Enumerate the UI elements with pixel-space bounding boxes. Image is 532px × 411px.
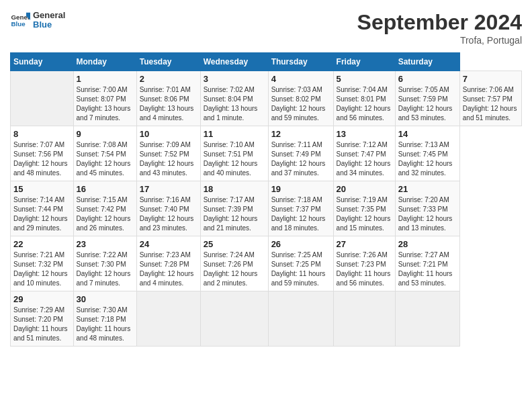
day-info: Sunrise: 7:24 AMSunset: 7:26 PMDaylight:… (204, 250, 265, 288)
table-row: 17Sunrise: 7:16 AMSunset: 7:40 PMDayligh… (136, 181, 200, 236)
table-row (136, 291, 200, 347)
calendar-header-row: Sunday Monday Tuesday Wednesday Thursday… (11, 53, 522, 71)
day-info: Sunrise: 7:14 AMSunset: 7:44 PMDaylight:… (13, 195, 71, 233)
day-number: 23 (77, 239, 134, 249)
table-row (268, 291, 333, 347)
day-info: Sunrise: 7:22 AMSunset: 7:30 PMDaylight:… (77, 250, 134, 288)
table-row: 10Sunrise: 7:09 AMSunset: 7:52 PMDayligh… (136, 126, 200, 181)
day-number: 25 (204, 239, 265, 249)
day-info: Sunrise: 7:05 AMSunset: 7:59 PMDaylight:… (398, 85, 457, 123)
day-info: Sunrise: 7:29 AMSunset: 7:20 PMDaylight:… (13, 306, 71, 343)
day-info: Sunrise: 7:19 AMSunset: 7:35 PMDaylight:… (337, 195, 392, 233)
title-area: September 2024 Trofa, Portugal (357, 10, 522, 46)
day-info: Sunrise: 7:03 AMSunset: 8:02 PMDaylight:… (271, 85, 330, 123)
table-row (395, 291, 459, 347)
col-monday: Monday (73, 53, 136, 71)
table-row: 25Sunrise: 7:24 AMSunset: 7:26 PMDayligh… (200, 236, 268, 291)
table-row: 22Sunrise: 7:21 AMSunset: 7:32 PMDayligh… (11, 236, 74, 291)
page: General Blue General Blue September 2024… (0, 0, 532, 353)
day-number: 19 (271, 184, 330, 194)
day-number: 20 (337, 184, 392, 194)
day-info: Sunrise: 7:23 AMSunset: 7:28 PMDaylight:… (140, 250, 197, 288)
day-info: Sunrise: 7:07 AMSunset: 7:56 PMDaylight:… (13, 140, 71, 178)
day-info: Sunrise: 7:11 AMSunset: 7:49 PMDaylight:… (271, 140, 330, 178)
table-row: 24Sunrise: 7:23 AMSunset: 7:28 PMDayligh… (136, 236, 200, 291)
calendar-week-row: 1Sunrise: 7:00 AMSunset: 8:07 PMDaylight… (11, 71, 522, 126)
col-saturday: Saturday (395, 53, 459, 71)
table-row: 1Sunrise: 7:00 AMSunset: 8:07 PMDaylight… (73, 71, 136, 126)
col-tuesday: Tuesday (136, 53, 200, 71)
day-number: 13 (337, 129, 392, 139)
day-number: 14 (398, 129, 457, 139)
day-number: 15 (13, 184, 71, 194)
calendar-table: Sunday Monday Tuesday Wednesday Thursday… (10, 52, 522, 347)
day-info: Sunrise: 7:04 AMSunset: 8:01 PMDaylight:… (337, 85, 392, 123)
table-row: 7Sunrise: 7:06 AMSunset: 7:57 PMDaylight… (459, 71, 521, 126)
day-number: 3 (204, 74, 265, 84)
day-number: 11 (204, 129, 265, 139)
day-number: 28 (398, 239, 457, 249)
table-row: 21Sunrise: 7:20 AMSunset: 7:33 PMDayligh… (395, 181, 459, 236)
day-number: 18 (204, 184, 265, 194)
calendar-week-row: 29Sunrise: 7:29 AMSunset: 7:20 PMDayligh… (11, 291, 522, 347)
table-row: 14Sunrise: 7:13 AMSunset: 7:45 PMDayligh… (395, 126, 459, 181)
table-row: 18Sunrise: 7:17 AMSunset: 7:39 PMDayligh… (200, 181, 268, 236)
day-info: Sunrise: 7:17 AMSunset: 7:39 PMDaylight:… (204, 195, 265, 233)
day-number: 6 (398, 74, 457, 84)
day-number: 5 (337, 74, 392, 84)
table-row: 2Sunrise: 7:01 AMSunset: 8:06 PMDaylight… (136, 71, 200, 126)
day-number: 8 (13, 129, 71, 139)
calendar-week-row: 15Sunrise: 7:14 AMSunset: 7:44 PMDayligh… (11, 181, 522, 236)
day-info: Sunrise: 7:27 AMSunset: 7:21 PMDaylight:… (398, 250, 457, 288)
month-title: September 2024 (357, 10, 522, 35)
table-row: 19Sunrise: 7:18 AMSunset: 7:37 PMDayligh… (268, 181, 333, 236)
day-info: Sunrise: 7:09 AMSunset: 7:52 PMDaylight:… (140, 140, 197, 178)
day-number: 26 (271, 239, 330, 249)
day-number: 29 (13, 294, 71, 304)
col-thursday: Thursday (268, 53, 333, 71)
day-info: Sunrise: 7:21 AMSunset: 7:32 PMDaylight:… (13, 250, 71, 288)
table-row: 3Sunrise: 7:02 AMSunset: 8:04 PMDaylight… (200, 71, 268, 126)
header: General Blue General Blue September 2024… (10, 10, 522, 46)
table-row (11, 71, 74, 126)
col-sunday: Sunday (11, 53, 74, 71)
day-info: Sunrise: 7:25 AMSunset: 7:25 PMDaylight:… (271, 250, 330, 288)
day-number: 30 (77, 294, 134, 304)
day-number: 9 (77, 129, 134, 139)
day-info: Sunrise: 7:01 AMSunset: 8:06 PMDaylight:… (140, 85, 197, 123)
table-row: 30Sunrise: 7:30 AMSunset: 7:18 PMDayligh… (73, 291, 136, 347)
table-row: 15Sunrise: 7:14 AMSunset: 7:44 PMDayligh… (11, 181, 74, 236)
svg-text:Blue: Blue (11, 20, 26, 28)
day-info: Sunrise: 7:13 AMSunset: 7:45 PMDaylight:… (398, 140, 457, 178)
table-row: 9Sunrise: 7:08 AMSunset: 7:54 PMDaylight… (73, 126, 136, 181)
day-number: 17 (140, 184, 197, 194)
day-info: Sunrise: 7:12 AMSunset: 7:47 PMDaylight:… (337, 140, 392, 178)
table-row: 29Sunrise: 7:29 AMSunset: 7:20 PMDayligh… (11, 291, 74, 347)
table-row: 11Sunrise: 7:10 AMSunset: 7:51 PMDayligh… (200, 126, 268, 181)
table-row: 6Sunrise: 7:05 AMSunset: 7:59 PMDaylight… (395, 71, 459, 126)
subtitle: Trofa, Portugal (357, 35, 522, 46)
table-row: 27Sunrise: 7:26 AMSunset: 7:23 PMDayligh… (333, 236, 395, 291)
table-row (200, 291, 268, 347)
table-row: 16Sunrise: 7:15 AMSunset: 7:42 PMDayligh… (73, 181, 136, 236)
day-info: Sunrise: 7:08 AMSunset: 7:54 PMDaylight:… (77, 140, 134, 178)
day-number: 12 (271, 129, 330, 139)
day-number: 27 (337, 239, 392, 249)
table-row: 12Sunrise: 7:11 AMSunset: 7:49 PMDayligh… (268, 126, 333, 181)
col-wednesday: Wednesday (200, 53, 268, 71)
day-number: 4 (271, 74, 330, 84)
day-info: Sunrise: 7:00 AMSunset: 8:07 PMDaylight:… (77, 85, 134, 123)
table-row: 13Sunrise: 7:12 AMSunset: 7:47 PMDayligh… (333, 126, 395, 181)
day-info: Sunrise: 7:16 AMSunset: 7:40 PMDaylight:… (140, 195, 197, 233)
day-number: 2 (140, 74, 197, 84)
day-info: Sunrise: 7:06 AMSunset: 7:57 PMDaylight:… (463, 85, 519, 123)
day-number: 22 (13, 239, 71, 249)
col-friday: Friday (333, 53, 395, 71)
day-info: Sunrise: 7:02 AMSunset: 8:04 PMDaylight:… (204, 85, 265, 123)
logo: General Blue General Blue (10, 10, 65, 30)
day-number: 7 (463, 74, 519, 84)
table-row: 23Sunrise: 7:22 AMSunset: 7:30 PMDayligh… (73, 236, 136, 291)
day-number: 21 (398, 184, 457, 194)
table-row: 5Sunrise: 7:04 AMSunset: 8:01 PMDaylight… (333, 71, 395, 126)
day-number: 24 (140, 239, 197, 249)
